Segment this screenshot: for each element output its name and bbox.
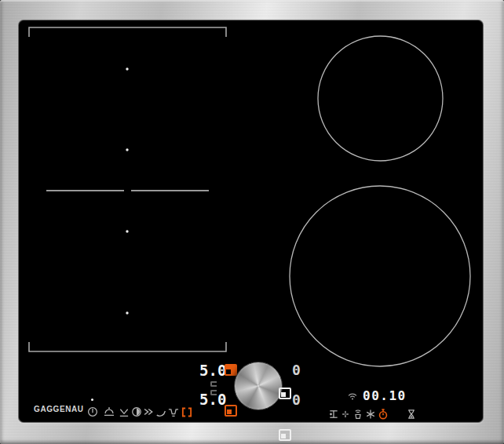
zone-back-right-select-key[interactable] bbox=[279, 388, 291, 399]
flex-zone-icon[interactable] bbox=[181, 406, 193, 418]
brand-logo: GAGGENAU bbox=[34, 405, 84, 413]
frying-sensor-icon[interactable] bbox=[155, 406, 167, 418]
power-icon[interactable] bbox=[86, 406, 99, 418]
zone-back-left-select-key[interactable] bbox=[225, 364, 237, 376]
melt-icon[interactable] bbox=[118, 406, 130, 418]
snowflake-icon[interactable] bbox=[364, 408, 377, 420]
fan-icon[interactable] bbox=[339, 408, 352, 420]
boost-icon[interactable] bbox=[142, 406, 155, 418]
induction-cooktop: GAGGENAU bbox=[0, 0, 504, 444]
cookware-signal-icon[interactable] bbox=[352, 408, 364, 420]
auto-cook-icon[interactable] bbox=[130, 406, 143, 418]
pan-transfer-icon[interactable] bbox=[327, 408, 340, 420]
zone-back-right-level-display: 0 bbox=[292, 363, 301, 377]
teppanyaki-icon[interactable] bbox=[167, 406, 180, 418]
timer-display: 00.10 bbox=[363, 390, 407, 402]
zone-front-right-select-key[interactable] bbox=[279, 429, 291, 441]
flex-link-indicator-top bbox=[210, 381, 217, 387]
hourglass-icon[interactable] bbox=[405, 408, 418, 420]
stopwatch-icon[interactable] bbox=[377, 408, 389, 420]
zone-back-left-level-display: 5.0 bbox=[199, 363, 226, 378]
zone-front-right-outline bbox=[290, 186, 470, 366]
zone-front-left-select-key[interactable] bbox=[225, 405, 237, 417]
zone-front-left-level-display: 5.0 bbox=[199, 392, 226, 407]
power-indicator-dot bbox=[91, 399, 93, 401]
wifi-icon bbox=[346, 390, 359, 402]
zone-back-right-outline bbox=[318, 36, 443, 161]
twist-pad-knob[interactable] bbox=[234, 362, 283, 410]
flex-zone-left-outline bbox=[29, 27, 226, 351]
keep-warm-icon[interactable] bbox=[103, 405, 115, 417]
zone-front-right-level-display: 0 bbox=[292, 393, 301, 407]
flex-zone-marker-dots bbox=[126, 67, 128, 314]
glass-surface: GAGGENAU bbox=[19, 20, 483, 422]
